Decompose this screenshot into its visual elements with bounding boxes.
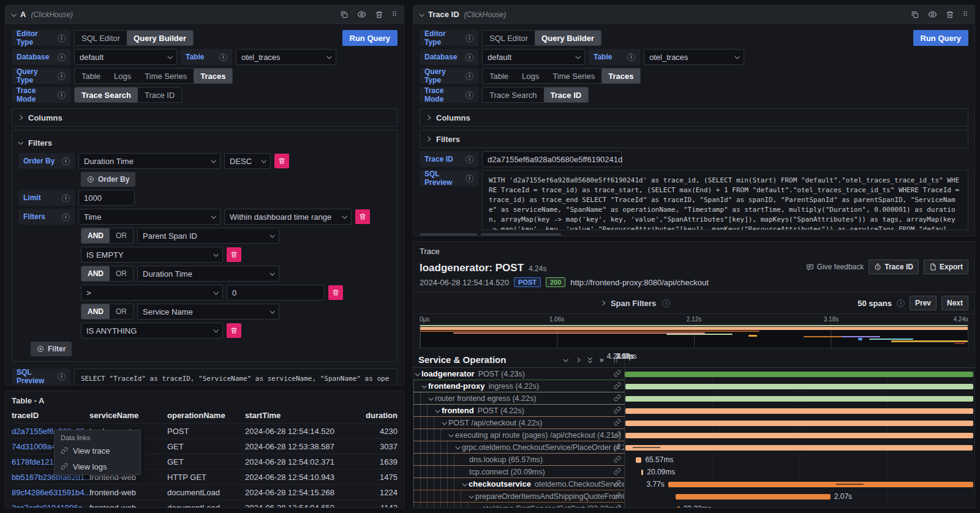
filters-section[interactable]: Filters [420,130,968,148]
table-select[interactable]: otel_traces [236,49,336,65]
trace-id-option[interactable]: Trace ID [138,88,181,102]
and-option[interactable]: AND [81,228,110,243]
col-starttime[interactable]: startTime [245,411,355,420]
columns-section[interactable]: Columns [12,108,398,127]
query-type-logs[interactable]: Logs [107,69,138,83]
span-link-icon[interactable] [614,382,621,389]
span-timeline-cell[interactable] [625,380,974,392]
span-collapse-icon[interactable] [469,493,473,498]
query-type-traces[interactable]: Traces [601,69,640,83]
query-builder-option[interactable]: Query Builder [127,31,193,45]
span-duration-bar[interactable] [625,433,973,438]
remove-filter-button[interactable] [355,209,370,224]
span-duration-bar[interactable] [625,396,974,402]
query-builder-option[interactable]: Query Builder [535,31,601,45]
span-timeline-cell[interactable]: 2.07s [625,490,974,503]
span-name-cell[interactable]: executing api route (pages) /api/checkou… [413,429,625,441]
span-row[interactable]: tcp.connect (20.09ms)20.09ms [413,466,974,478]
info-icon[interactable]: i [58,91,66,99]
delete-query-icon[interactable] [946,10,954,19]
info-icon[interactable]: i [466,91,473,99]
filters-section-header[interactable]: Filters [18,135,391,150]
trace-search-option[interactable]: Trace Search [483,88,544,102]
info-icon[interactable]: i [466,155,473,163]
info-icon[interactable]: i [58,373,66,381]
trace-minimap[interactable]: 0µs1.06s2.12s3.18s4.24s [413,314,974,352]
info-icon[interactable]: i [62,213,70,221]
query-type-timeseries[interactable]: Time Series [546,69,601,83]
span-timeline-cell[interactable] [625,441,974,454]
span-collapse-icon[interactable] [442,420,447,425]
span-name-cell[interactable]: prepareOrderItemsAndShippingQuoteFromCar… [413,490,625,503]
filter-field-select[interactable]: Parent Span ID [137,228,279,244]
span-timeline-cell[interactable] [625,429,974,441]
span-name-cell[interactable]: dns.lookup (65.57ms) [413,454,625,466]
span-row[interactable]: executing api route (pages) /api/checkou… [413,429,974,441]
and-option[interactable]: AND [81,304,110,319]
trace-id-input[interactable]: d2a7155ef6a928a05680e5ff6190241d [482,151,622,167]
query-type-timeseries[interactable]: Time Series [138,69,194,83]
span-name-cell[interactable]: loadgeneratorPOST (4.23s) [413,368,625,380]
span-timeline-cell[interactable] [625,405,974,417]
drag-handle-icon[interactable]: ⠿ [963,10,968,18]
query-type-logs[interactable]: Logs [515,69,546,83]
col-traceid[interactable]: traceID [12,411,89,420]
span-row[interactable]: loadgeneratorPOST (4.23s) [413,368,974,380]
span-collapse-icon[interactable] [435,408,440,413]
info-icon[interactable]: i [58,72,66,80]
span-link-icon[interactable] [614,468,621,475]
span-row[interactable]: POST /api/checkout (4.22s) [413,417,974,429]
span-link-icon[interactable] [614,431,621,438]
collapse-one-icon[interactable] [563,357,568,362]
span-link-icon[interactable] [614,370,621,377]
collapse-icon[interactable] [419,12,424,17]
span-name-cell[interactable]: router frontend egress (4.22s) [413,392,625,405]
database-select[interactable]: default [74,49,177,65]
remove-filter-button[interactable] [328,285,343,300]
info-icon[interactable]: i [466,34,473,42]
span-link-icon[interactable] [614,406,621,414]
span-row[interactable]: frontend-proxyingress (4.22s) [413,380,974,392]
hide-response-eye-icon[interactable] [928,10,937,19]
info-icon[interactable]: i [62,157,70,165]
span-timeline-cell[interactable] [625,392,974,405]
drag-handle-icon[interactable]: ⠿ [392,10,398,18]
span-name-cell[interactable]: POST /api/checkout (4.22s) [413,417,625,429]
or-option[interactable]: OR [110,304,133,319]
filter-time-value-select[interactable]: Within dashboard time range [224,209,352,225]
order-by-direction-select[interactable]: DESC [224,153,271,169]
query-type-table[interactable]: Table [75,69,107,83]
query-inspector-button[interactable]: Query inspector [481,233,561,236]
view-logs-link[interactable]: View logs [55,459,140,474]
col-servicename[interactable]: serviceName [89,411,167,420]
span-duration-bar[interactable] [625,421,973,426]
span-duration-bar[interactable] [676,494,830,500]
info-icon[interactable]: i [62,194,70,202]
info-icon[interactable]: i [897,299,905,307]
span-filters-label[interactable]: Span Filters [611,299,656,308]
span-collapse-icon[interactable] [415,371,420,376]
info-icon[interactable]: i [662,299,670,307]
add-filter-button[interactable]: Filter [31,342,72,356]
span-collapse-icon[interactable] [448,432,453,437]
trace-search-option[interactable]: Trace Search [75,88,138,102]
span-row[interactable]: frontendPOST (4.22s) [413,405,974,417]
remove-order-by-button[interactable] [274,154,289,168]
order-by-field-select[interactable]: Duration Time [78,153,221,169]
sql-editor-option[interactable]: SQL Editor [483,31,535,45]
span-row[interactable]: prepareOrderItemsAndShippingQuoteFromCar… [413,490,974,503]
span-duration-bar[interactable] [625,384,974,389]
next-button[interactable]: Next [941,296,968,310]
duplicate-icon[interactable] [340,10,349,19]
info-icon[interactable]: i [219,53,227,61]
span-link-icon[interactable] [614,480,621,487]
trace-id-option[interactable]: Trace ID [544,88,589,102]
and-option[interactable]: AND [81,266,110,281]
info-icon[interactable]: i [627,53,635,61]
span-duration-bar[interactable] [625,372,973,377]
add-order-by-button[interactable]: Order By [81,172,135,187]
columns-section[interactable]: Columns [420,108,968,127]
span-collapse-icon[interactable] [421,383,426,388]
span-name-cell[interactable]: frontendPOST (4.22s) [413,405,625,417]
database-select[interactable]: default [482,49,585,65]
